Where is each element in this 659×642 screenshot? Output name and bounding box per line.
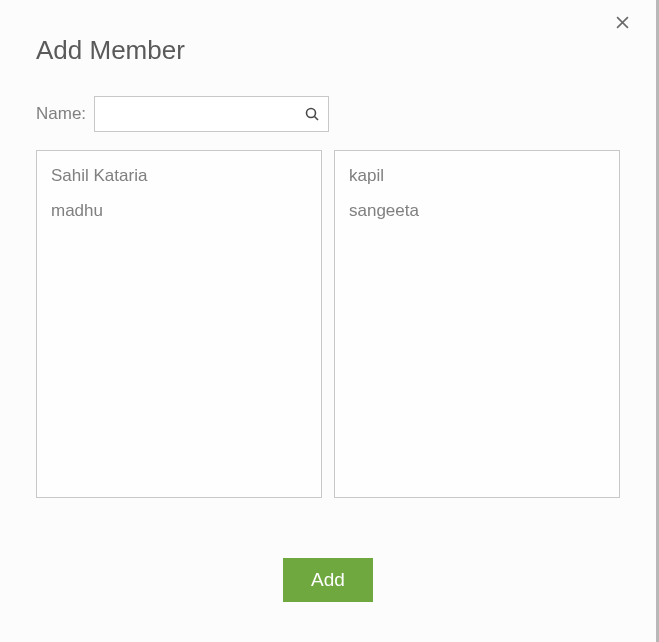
member-lists: Sahil Kataria madhu kapil sangeeta xyxy=(36,150,620,498)
list-item[interactable]: madhu xyxy=(51,201,307,221)
name-search-row: Name: xyxy=(36,96,620,132)
dialog-title: Add Member xyxy=(36,35,620,66)
dialog-footer: Add xyxy=(36,558,620,602)
list-item[interactable]: kapil xyxy=(349,166,605,186)
list-item[interactable]: Sahil Kataria xyxy=(51,166,307,186)
name-label: Name: xyxy=(36,104,86,124)
add-button[interactable]: Add xyxy=(283,558,373,602)
add-member-dialog: Add Member Name: Sahil Kataria madhu kap… xyxy=(0,0,656,622)
selected-list[interactable]: kapil sangeeta xyxy=(334,150,620,498)
available-list[interactable]: Sahil Kataria madhu xyxy=(36,150,322,498)
close-button[interactable] xyxy=(612,14,632,34)
name-search-input[interactable] xyxy=(94,96,329,132)
list-item[interactable]: sangeeta xyxy=(349,201,605,221)
close-icon xyxy=(616,15,629,33)
search-wrapper xyxy=(94,96,329,132)
